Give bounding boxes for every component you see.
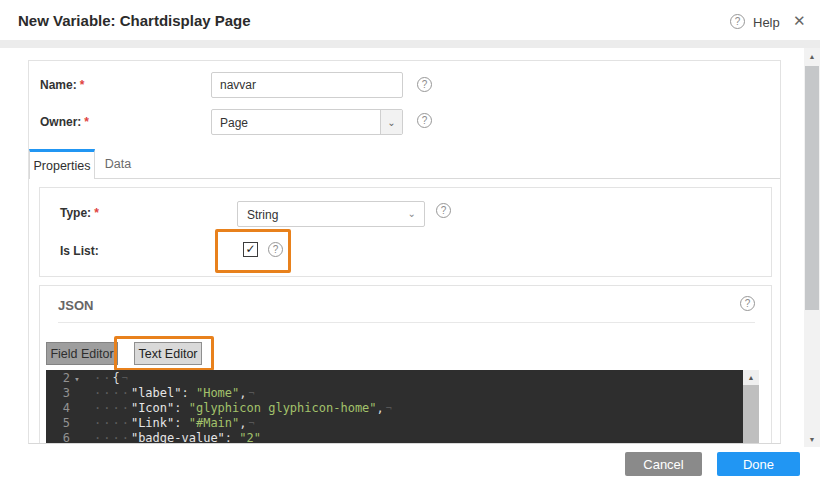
line-number-gutter: 3 <box>46 386 88 401</box>
help-link[interactable]: Help <box>753 15 780 30</box>
field-editor-button[interactable]: Field Editor <box>46 342 118 365</box>
editor-scroll-up-button[interactable]: ▲ <box>743 370 759 385</box>
is-list-checkbox[interactable]: ✓ <box>243 242 258 257</box>
line-number-gutter: 2▾ <box>46 371 88 386</box>
name-help-icon[interactable]: ? <box>417 77 432 92</box>
line-number: 3 <box>46 386 70 401</box>
fold-icon[interactable]: ▾ <box>70 372 84 387</box>
name-required-asterisk: * <box>80 78 85 92</box>
editor-line[interactable]: 2▾ ··{¬ <box>46 371 743 386</box>
line-number: 2 <box>46 371 70 386</box>
type-required-asterisk: * <box>94 206 99 220</box>
type-help-icon[interactable]: ? <box>436 203 451 218</box>
json-panel: JSON ? Field Editor Text Editor 2▾ ··{¬ … <box>39 285 772 444</box>
chevron-down-icon: ⌄ <box>408 208 416 219</box>
editor-scroll-thumb[interactable] <box>743 385 759 444</box>
owner-label: Owner:* <box>40 115 89 129</box>
owner-select[interactable]: Page ⌄ <box>211 109 403 135</box>
scroll-up-button[interactable]: ▲ <box>804 48 820 64</box>
tab-properties[interactable]: Properties <box>29 149 95 179</box>
editor-line[interactable]: 3 ····"label": "Home",¬ <box>46 386 743 401</box>
line-number-gutter: 4 <box>46 401 88 416</box>
scroll-down-button[interactable]: ▼ <box>804 431 820 447</box>
name-label: Name:* <box>40 78 84 92</box>
json-help-icon[interactable]: ? <box>740 296 755 311</box>
dialog-body: Name:* ? Owner:* Page ⌄ ? Properties Dat… <box>28 60 781 444</box>
type-selected-value: String <box>247 208 278 222</box>
dialog-title: New Variable: Chartdisplay Page <box>18 12 251 29</box>
chevron-down-icon[interactable]: ⌄ <box>380 110 402 134</box>
line-number-gutter: 5 <box>46 416 88 431</box>
tab-bar: Properties Data <box>29 149 780 179</box>
type-label: Type:* <box>60 206 99 220</box>
main-scrollbar[interactable]: ▲ ▼ <box>804 48 820 447</box>
json-divider <box>58 322 755 323</box>
line-number-gutter: 6 <box>46 431 88 444</box>
text-editor-button[interactable]: Text Editor <box>134 342 202 365</box>
editor-line[interactable]: 4 ····"Icon": "glyphicon glyphicon-home"… <box>46 401 743 416</box>
line-number: 4 <box>46 401 70 416</box>
owner-required-asterisk: * <box>84 115 89 129</box>
check-icon: ✓ <box>245 243 255 255</box>
close-icon[interactable]: ✕ <box>793 12 806 30</box>
properties-panel: Type:* String ⌄ ? Is List: ✓ ? <box>39 187 772 277</box>
owner-help-icon[interactable]: ? <box>417 113 432 128</box>
line-number: 6 <box>46 431 70 444</box>
editor-lines: 2▾ ··{¬ 3 ····"label": "Home",¬ 4 ····"I… <box>46 371 743 444</box>
dialog-header: New Variable: Chartdisplay Page ? Help ✕ <box>0 0 820 40</box>
editor-scrollbar[interactable]: ▲ <box>743 370 759 444</box>
code-editor[interactable]: 2▾ ··{¬ 3 ····"label": "Home",¬ 4 ····"I… <box>46 370 759 444</box>
editor-line[interactable]: 6 ····"badge-value": "2" <box>46 431 743 444</box>
done-button[interactable]: Done <box>717 452 800 476</box>
json-section-title: JSON <box>58 298 93 313</box>
scroll-thumb[interactable] <box>805 66 819 310</box>
name-input[interactable] <box>211 72 403 98</box>
tab-data[interactable]: Data <box>95 149 141 179</box>
line-number: 5 <box>46 416 70 431</box>
is-list-label: Is List: <box>60 244 99 258</box>
help-icon[interactable]: ? <box>730 14 745 29</box>
header-divider <box>0 40 820 48</box>
cancel-button[interactable]: Cancel <box>625 452 702 476</box>
editor-line[interactable]: 5 ····"Link": "#Main",¬ <box>46 416 743 431</box>
type-select[interactable]: String ⌄ <box>237 201 425 227</box>
owner-selected-value: Page <box>220 116 248 130</box>
is-list-help-icon[interactable]: ? <box>268 242 283 257</box>
